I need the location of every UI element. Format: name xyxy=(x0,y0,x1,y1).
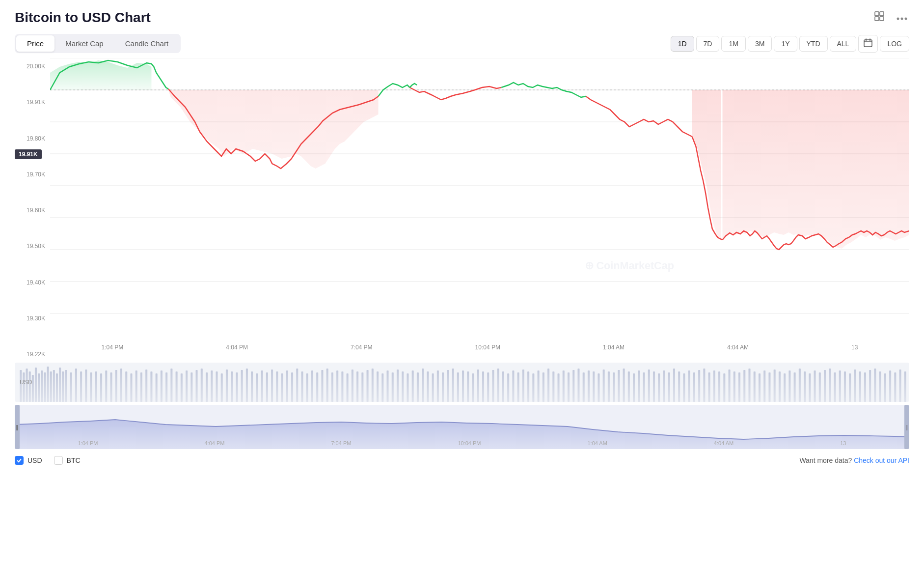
svg-rect-46 xyxy=(110,372,112,402)
svg-rect-93 xyxy=(347,373,349,402)
api-link[interactable]: Check out our API xyxy=(854,456,909,464)
svg-rect-29 xyxy=(41,370,43,402)
svg-rect-67 xyxy=(216,371,217,402)
svg-rect-195 xyxy=(859,371,861,402)
time-ytd-button[interactable]: YTD xyxy=(799,36,828,52)
tab-price[interactable]: Price xyxy=(16,35,54,52)
svg-rect-31 xyxy=(47,367,49,402)
svg-rect-171 xyxy=(738,372,740,402)
svg-rect-197 xyxy=(869,370,871,402)
svg-rect-58 xyxy=(170,369,172,402)
y-label-195k: 19.50K xyxy=(15,243,50,250)
svg-rect-111 xyxy=(437,370,439,402)
svg-rect-53 xyxy=(145,370,147,402)
svg-rect-147 xyxy=(618,370,620,402)
svg-rect-159 xyxy=(678,371,680,402)
svg-rect-96 xyxy=(361,372,363,402)
svg-rect-82 xyxy=(291,372,293,402)
svg-rect-56 xyxy=(161,370,163,402)
svg-rect-170 xyxy=(734,371,735,402)
svg-rect-134 xyxy=(552,371,554,402)
svg-rect-51 xyxy=(136,370,137,402)
svg-rect-183 xyxy=(799,369,801,402)
legend-btc-label: BTC xyxy=(67,456,81,464)
svg-rect-145 xyxy=(608,371,610,402)
svg-rect-64 xyxy=(201,369,203,402)
y-label-194k: 19.40K xyxy=(15,279,50,286)
svg-rect-1 xyxy=(880,12,884,16)
svg-rect-181 xyxy=(788,370,790,402)
svg-rect-168 xyxy=(723,373,725,402)
svg-rect-178 xyxy=(774,370,776,402)
svg-rect-0 xyxy=(875,12,879,16)
y-label-192k: 19.22K xyxy=(15,351,50,358)
minimap-handle-right[interactable]: ‖ xyxy=(904,405,909,449)
svg-rect-107 xyxy=(417,372,419,402)
minimap-x-0: 1:04 PM xyxy=(78,440,98,446)
y-label-197k: 19.70K xyxy=(15,171,50,178)
svg-rect-162 xyxy=(693,372,695,402)
svg-point-6 xyxy=(905,18,907,20)
time-1y-button[interactable]: 1Y xyxy=(774,36,797,52)
svg-rect-123 xyxy=(497,369,499,402)
svg-rect-196 xyxy=(864,372,866,402)
svg-rect-129 xyxy=(527,371,529,402)
time-1d-button[interactable]: 1D xyxy=(671,36,694,52)
svg-rect-42 xyxy=(90,372,92,402)
svg-rect-182 xyxy=(794,372,796,402)
svg-text:⊕ CoinMarketCap: ⊕ CoinMarketCap xyxy=(585,259,674,272)
svg-rect-158 xyxy=(673,369,675,402)
minimap-handle-left[interactable]: ‖ xyxy=(15,405,20,449)
time-3m-button[interactable]: 3M xyxy=(748,36,772,52)
usd-checkbox[interactable] xyxy=(15,456,24,465)
x-label-0: 1:04 PM xyxy=(102,344,124,351)
svg-rect-102 xyxy=(392,372,394,402)
minimap-x-1: 4:04 PM xyxy=(204,440,224,446)
svg-rect-151 xyxy=(638,370,640,402)
svg-rect-62 xyxy=(190,372,192,402)
more-options-button[interactable] xyxy=(895,10,909,25)
svg-rect-186 xyxy=(814,370,816,402)
btc-checkbox[interactable] xyxy=(54,456,63,465)
svg-rect-63 xyxy=(195,370,197,402)
svg-rect-104 xyxy=(402,371,404,402)
svg-rect-121 xyxy=(487,372,489,402)
svg-rect-153 xyxy=(648,370,650,402)
svg-rect-184 xyxy=(804,371,806,402)
svg-rect-73 xyxy=(246,369,248,402)
svg-rect-72 xyxy=(241,370,243,402)
svg-rect-81 xyxy=(286,370,288,402)
svg-rect-28 xyxy=(38,373,40,402)
y-label-1991: 19.91K xyxy=(15,99,50,106)
time-7d-button[interactable]: 7D xyxy=(696,36,720,52)
log-button[interactable]: LOG xyxy=(880,36,909,52)
svg-rect-113 xyxy=(447,370,449,402)
svg-rect-39 xyxy=(75,369,77,402)
tab-candle-chart[interactable]: Candle Chart xyxy=(114,35,179,52)
svg-rect-75 xyxy=(256,373,258,402)
svg-rect-157 xyxy=(668,372,670,402)
svg-rect-161 xyxy=(688,370,690,402)
svg-rect-131 xyxy=(538,370,540,402)
time-1m-button[interactable]: 1M xyxy=(721,36,745,52)
tab-market-cap[interactable]: Market Cap xyxy=(54,35,114,52)
svg-rect-132 xyxy=(543,372,544,402)
expand-button[interactable] xyxy=(872,9,887,26)
svg-point-4 xyxy=(897,18,899,20)
calendar-button[interactable] xyxy=(858,35,878,53)
svg-rect-177 xyxy=(768,372,770,402)
minimap-section[interactable]: ‖ 1:04 PM 4:04 PM 7:04 PM 10:04 PM 1:04 … xyxy=(15,405,909,449)
time-all-button[interactable]: ALL xyxy=(830,36,857,52)
svg-rect-138 xyxy=(572,370,574,402)
svg-rect-164 xyxy=(703,369,705,402)
svg-rect-130 xyxy=(532,373,534,402)
svg-rect-149 xyxy=(628,371,630,402)
svg-rect-154 xyxy=(653,371,655,402)
api-cta: Want more data? Check out our API xyxy=(799,456,909,464)
svg-rect-167 xyxy=(718,371,720,402)
svg-rect-38 xyxy=(70,372,72,402)
minimap-x-2: 7:04 PM xyxy=(331,440,351,446)
current-price-badge: 19.91K xyxy=(15,149,42,159)
svg-rect-7 xyxy=(864,40,872,47)
svg-rect-191 xyxy=(839,370,841,402)
